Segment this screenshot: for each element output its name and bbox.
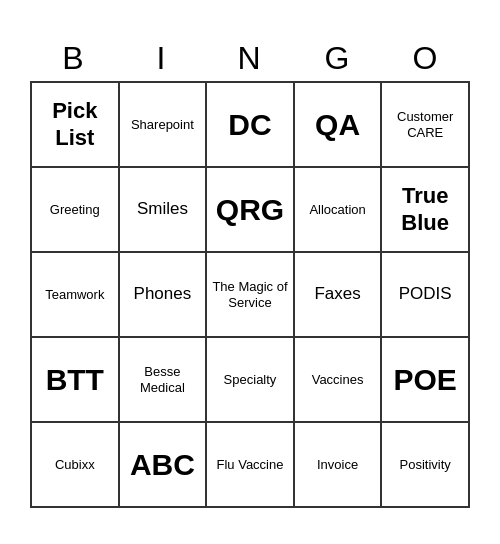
bingo-cell: Greeting: [32, 168, 120, 253]
bingo-cell: Teamwork: [32, 253, 120, 338]
bingo-cell: Positivity: [382, 423, 470, 508]
bingo-cell: Invoice: [295, 423, 383, 508]
bingo-cell: Specialty: [207, 338, 295, 423]
bingo-cell: QRG: [207, 168, 295, 253]
cell-text: Specialty: [224, 372, 277, 388]
bingo-cell: Allocation: [295, 168, 383, 253]
cell-text: Greeting: [50, 202, 100, 218]
bingo-card: BINGO Pick ListSharepointDCQACustomer CA…: [20, 26, 480, 518]
cell-text: The Magic of Service: [211, 279, 289, 310]
cell-text: PODIS: [399, 284, 452, 304]
bingo-cell: Faxes: [295, 253, 383, 338]
cell-text: Teamwork: [45, 287, 104, 303]
cell-text: QRG: [216, 192, 284, 228]
bingo-cell: QA: [295, 83, 383, 168]
bingo-cell: Phones: [120, 253, 208, 338]
header-letter: G: [294, 36, 382, 81]
bingo-cell: Cubixx: [32, 423, 120, 508]
cell-text: Positivity: [400, 457, 451, 473]
cell-text: ABC: [130, 447, 195, 483]
bingo-cell: Smiles: [120, 168, 208, 253]
header-letter: B: [30, 36, 118, 81]
cell-text: Flu Vaccine: [217, 457, 284, 473]
cell-text: Faxes: [314, 284, 360, 304]
cell-text: Phones: [134, 284, 192, 304]
cell-text: Pick List: [36, 98, 114, 151]
bingo-header: BINGO: [30, 36, 470, 81]
bingo-cell: BTT: [32, 338, 120, 423]
cell-text: POE: [394, 362, 457, 398]
bingo-cell: Besse Medical: [120, 338, 208, 423]
cell-text: QA: [315, 107, 360, 143]
bingo-cell: DC: [207, 83, 295, 168]
bingo-cell: Customer CARE: [382, 83, 470, 168]
bingo-grid: Pick ListSharepointDCQACustomer CAREGree…: [30, 81, 470, 508]
cell-text: Invoice: [317, 457, 358, 473]
bingo-cell: POE: [382, 338, 470, 423]
header-letter: N: [206, 36, 294, 81]
cell-text: Sharepoint: [131, 117, 194, 133]
cell-text: Smiles: [137, 199, 188, 219]
cell-text: True Blue: [386, 183, 464, 236]
bingo-cell: Pick List: [32, 83, 120, 168]
bingo-cell: True Blue: [382, 168, 470, 253]
header-letter: I: [118, 36, 206, 81]
cell-text: Cubixx: [55, 457, 95, 473]
cell-text: Allocation: [309, 202, 365, 218]
cell-text: Vaccines: [312, 372, 364, 388]
bingo-cell: Sharepoint: [120, 83, 208, 168]
bingo-cell: The Magic of Service: [207, 253, 295, 338]
bingo-cell: Flu Vaccine: [207, 423, 295, 508]
cell-text: Customer CARE: [386, 109, 464, 140]
cell-text: DC: [228, 107, 271, 143]
bingo-cell: PODIS: [382, 253, 470, 338]
cell-text: BTT: [46, 362, 104, 398]
header-letter: O: [382, 36, 470, 81]
bingo-cell: Vaccines: [295, 338, 383, 423]
cell-text: Besse Medical: [124, 364, 202, 395]
bingo-cell: ABC: [120, 423, 208, 508]
